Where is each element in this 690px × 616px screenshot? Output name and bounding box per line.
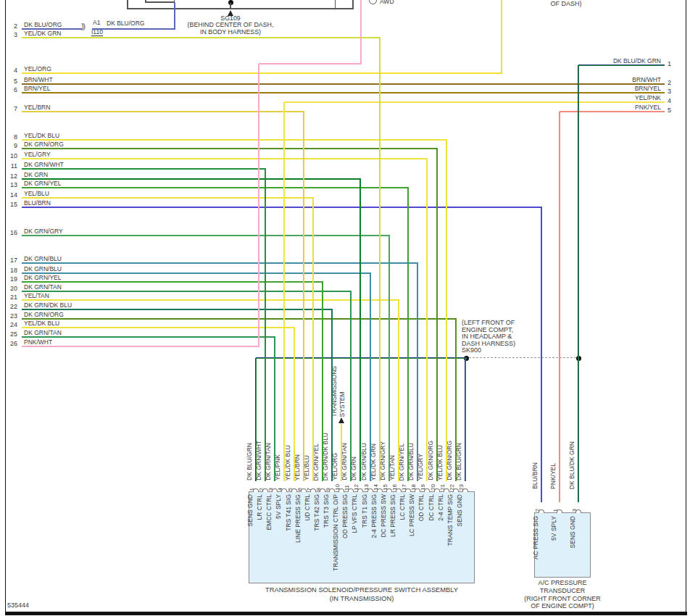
left-row-number: 6: [1, 86, 17, 93]
wire-h-DK GRN/DK BLU: [22, 309, 333, 310]
left-wire-label: BRN/YEL: [24, 85, 50, 92]
sg109-splice-stem: [230, 3, 231, 9]
left-wire-label: DK GRN/DK BLU: [24, 301, 72, 309]
left-wire-label: DK GRN/ORG: [24, 311, 64, 318]
transmission-system-wire: [341, 424, 342, 481]
sk900-note: (LEFT FRONT OFENGINE COMPT,IN HEADLAMP &…: [462, 320, 515, 354]
wiring-diagram-canvas: SG109 (BEHIND CENTER OF DASH, IN BODY HA…: [0, 0, 690, 616]
left-wire-label: YEL/ORG: [24, 65, 51, 72]
pin-function-label: DC PRESS SW: [380, 494, 388, 538]
pin-function-label: LC PRESS SW: [408, 494, 416, 536]
wire-h-BLU/BRN: [22, 207, 542, 208]
left-row-number: 19: [1, 275, 17, 283]
wire-v-YEL/ORG: [501, 0, 502, 73]
pin-function-label: LP VFS CTRL: [351, 494, 359, 533]
wire-v-DK GRN/GRY: [388, 236, 390, 481]
left-wire-label: DK GRN/YEL: [24, 274, 62, 281]
transducer-pin-color-label: BLU/BRN: [531, 462, 539, 489]
pin-function-label: LC CTRL: [399, 494, 407, 520]
left-wire-label: DK GRN/BLU: [24, 265, 62, 272]
wire-h-YEL/ORG: [22, 72, 502, 74]
top-module-box-divider: [335, 0, 336, 8]
wire-h-DK GRN/ORG: [22, 148, 438, 149]
right-row-number: 3: [668, 88, 679, 95]
wire-v-PNK/WHT: [258, 64, 259, 346]
right-wire-label: BRN/WHT: [573, 76, 661, 83]
wire-h-DK GRN/WHT: [22, 168, 266, 170]
top-module-box-bottom-edge: [127, 8, 354, 9]
pin-function-label: SENS GND: [246, 494, 254, 526]
left-row-number: 10: [1, 152, 17, 159]
wire-h-PNK/WHT: [259, 63, 362, 64]
left-row-number: 18: [1, 267, 17, 274]
wire-v-DK GRN/YEL: [322, 282, 323, 481]
pin-function-label: LINE PRESS SIG: [294, 494, 302, 543]
left-wire-label: DK GRN/TAN: [24, 283, 62, 291]
transmission-connector-caption: TRANSMISSION SOLENOID/PRESSURE SWITCH AS…: [246, 586, 478, 603]
left-row-number: 15: [1, 201, 17, 208]
wire-h-DK GRN/BLU: [22, 262, 418, 264]
right-row-number: 5: [668, 107, 679, 114]
left-row-number: 20: [1, 285, 17, 292]
right-row-number: 1: [668, 60, 679, 67]
transducer-pin-socket-arc: [575, 509, 581, 513]
pin-function-label: LR CTRL: [256, 494, 264, 520]
pin-function-label: TRANS TEMP SIG: [446, 494, 454, 546]
wire-v-DK GRN/WHT: [265, 169, 266, 481]
left-wire-label: YEL/DK BLU: [24, 132, 59, 139]
pin-function-label: TRS T42 SIG: [313, 494, 321, 531]
pin-function-label: EMCC CTRL: [265, 494, 273, 530]
transducer-pin-socket-arc: [557, 509, 562, 513]
right-wire-label: BRN/YEL: [573, 85, 661, 92]
wire-v-DK GRN/BLU: [417, 263, 418, 481]
left-wire-label: YEL/BRN: [24, 104, 50, 111]
of-dash-note: OF DASH): [540, 0, 592, 9]
sk900-note-line: SK900: [462, 347, 515, 354]
wire-h-DK GRN/GRY: [22, 235, 390, 236]
top-module-cavity-bottom: [145, 1, 175, 3]
wire-h-YEL/DK BLU: [22, 327, 295, 328]
left-wire-label: BLU/BRN: [24, 199, 51, 207]
i110-wire-right-label: DK BLU/ORG: [107, 20, 144, 27]
wire-v-DK GRN/ORG: [436, 149, 438, 481]
pin-function-label: 2-4 PRESS SIG: [370, 494, 378, 538]
pin-function-label: TRANSMISSION CTRL O/P: [332, 494, 340, 571]
wire-v-YEL/PNK: [283, 102, 285, 481]
left-row-number: 4: [1, 67, 17, 74]
wire-h-DK GRN/TAN: [22, 336, 275, 338]
pin-socket-arc: [357, 488, 363, 492]
wire-v-DK BLU/GRN: [255, 358, 257, 481]
wire-v-DK GRN/YEL: [407, 188, 409, 481]
top-module-box-right-edge: [352, 0, 354, 9]
pin-function-label: OD CTRL: [417, 494, 425, 521]
left-wire-label: YEL/DK GRN: [24, 30, 62, 37]
left-wire-label: DK GRN/YEL: [24, 180, 62, 187]
wire-h-DK GRN/YEL: [22, 281, 323, 283]
wire-v-DK BLU/GRN: [465, 358, 466, 481]
pin-function-label: 2-4 CTRL: [437, 494, 445, 521]
wire-BRN/YEL: [22, 92, 665, 93]
left-row-number: 21: [1, 294, 17, 301]
left-row-number: 26: [1, 340, 17, 347]
transducer-pin-function-label: SENS GND: [569, 516, 577, 548]
pin-function-label: LR PRESS SIG: [389, 494, 397, 537]
ac-pressure-transducer-box: [534, 512, 591, 578]
right-row-number: 4: [668, 97, 679, 104]
wire-v-DK GRN/DK BLU: [331, 309, 333, 481]
transducer-caption-line: OF ENGINE COMPT): [518, 602, 607, 610]
transmission-system-label: TRANSMISSIONS SYSTEM: [331, 366, 346, 417]
left-row-number: 22: [1, 303, 17, 310]
wire-v-PNK/WHT: [360, 0, 362, 64]
left-wire-label: YEL/DK BLU: [24, 320, 59, 327]
transmission-connector-caption-line2: (IN TRANSMISSION): [246, 595, 478, 604]
wire-v-PNK/YEL: [559, 112, 560, 502]
page-border-right: [686, 0, 687, 613]
left-wire-label: DK GRN/TAN: [24, 329, 62, 336]
sg109-note: SG109 (BEHIND CENTER OF DASH, IN BODY HA…: [172, 15, 288, 36]
left-wire-label: YEL/BLU: [24, 190, 49, 197]
awd-label: AWD: [380, 0, 394, 5]
pin-function-label: TRS T1 SIG: [361, 494, 369, 528]
wire-v-DK BLU/ORG: [174, 2, 175, 30]
left-wire-label: YEL/GRY: [24, 151, 51, 158]
wire-h-YEL/DK BLU: [22, 139, 447, 141]
